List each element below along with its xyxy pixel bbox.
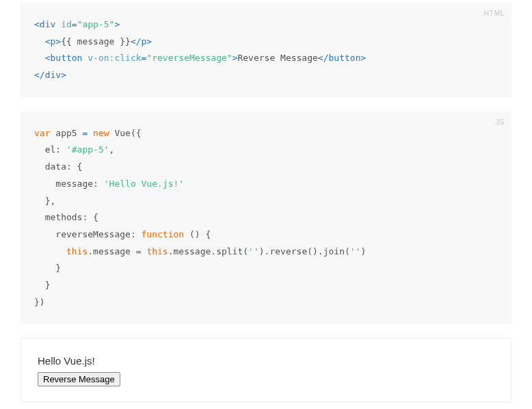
demo-output-box: Hello Vue.js! Reverse Message	[21, 338, 511, 402]
code-block-js: JS var app5 = new Vue({ el: '#app-5', da…	[21, 111, 511, 325]
demo-message: Hello Vue.js!	[38, 355, 494, 367]
lang-label-js: JS	[496, 116, 505, 129]
code-content-js: var app5 = new Vue({ el: '#app-5', data:…	[34, 125, 498, 311]
lang-label-html: HTML	[483, 7, 505, 21]
code-block-html: HTML <div id="app-5"> <p>{{ message }}</…	[21, 3, 511, 98]
code-content-html: <div id="app-5"> <p>{{ message }}</p> <b…	[34, 16, 498, 84]
reverse-message-button[interactable]: Reverse Message	[38, 372, 120, 386]
